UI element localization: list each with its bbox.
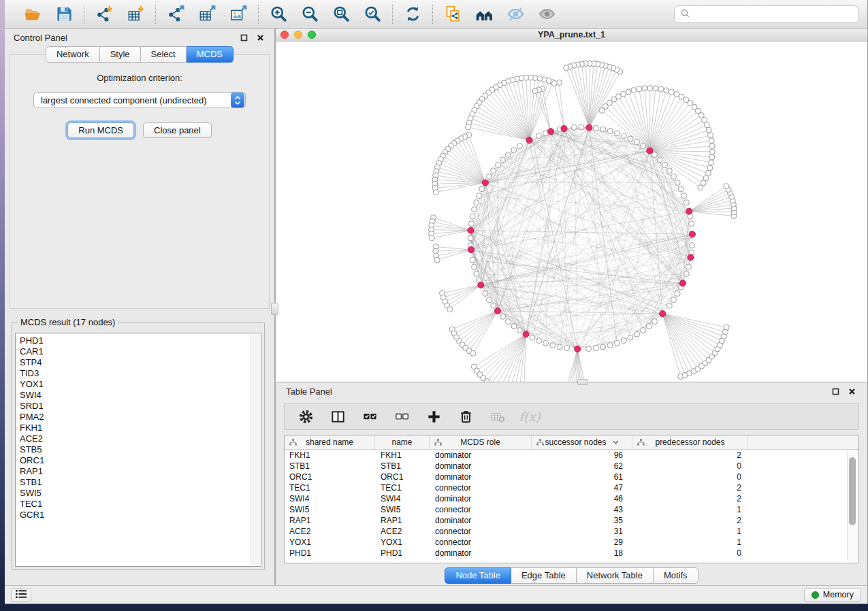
network-node[interactable] <box>500 157 506 163</box>
tab-motifs[interactable]: Motifs <box>654 567 698 584</box>
network-node[interactable] <box>550 342 556 348</box>
network-node[interactable] <box>470 257 475 263</box>
zoom-fit-icon[interactable] <box>331 4 351 24</box>
network-node[interactable] <box>551 80 557 86</box>
network-node[interactable] <box>642 86 647 91</box>
network-node[interactable] <box>631 88 637 93</box>
tab-edge-table[interactable]: Edge Table <box>511 567 577 584</box>
network-node[interactable] <box>476 193 481 199</box>
list-item[interactable]: SWI4 <box>20 390 261 401</box>
network-node[interactable] <box>621 133 626 138</box>
close-panel-button[interactable]: Close panel <box>143 122 212 138</box>
select-all-icon[interactable] <box>359 406 380 427</box>
network-node[interactable] <box>433 190 438 195</box>
table-row[interactable]: SWI4SWI4dominator462 <box>285 493 858 504</box>
network-node[interactable] <box>506 152 511 157</box>
network-titlebar[interactable]: YPA_prune.txt_1 <box>276 29 867 42</box>
network-node[interactable] <box>709 144 715 149</box>
save-icon[interactable] <box>54 4 74 24</box>
network-node[interactable] <box>483 291 488 297</box>
splitter-handle[interactable] <box>577 379 588 385</box>
hide-selected-icon[interactable] <box>505 4 526 24</box>
network-node[interactable] <box>599 108 605 113</box>
list-item[interactable]: TEC1 <box>20 499 261 510</box>
share-document-icon[interactable] <box>443 4 463 24</box>
list-item[interactable]: STB5 <box>20 444 261 455</box>
zoom-window-icon[interactable] <box>308 31 316 39</box>
network-node[interactable] <box>669 89 674 95</box>
list-item[interactable]: PMA2 <box>20 412 261 423</box>
network-node[interactable] <box>474 271 479 276</box>
network-node[interactable] <box>474 200 479 205</box>
table-row[interactable]: ACE2ACE2connector311 <box>285 526 858 537</box>
network-node[interactable] <box>465 125 470 130</box>
column-header-mcds-role[interactable]: MCDS role <box>430 435 532 449</box>
network-node[interactable] <box>705 170 711 176</box>
network-node[interactable] <box>517 328 522 333</box>
network-node[interactable] <box>530 335 535 340</box>
network-node[interactable] <box>686 264 691 269</box>
network-node[interactable] <box>647 86 653 91</box>
network-node[interactable] <box>579 125 584 130</box>
export-network-icon[interactable] <box>165 4 186 24</box>
network-node[interactable] <box>564 346 570 351</box>
table-row[interactable]: STB1STB1dominator620 <box>285 461 858 472</box>
network-node[interactable] <box>709 138 714 144</box>
table-row[interactable]: YOX1YOX1connector291 <box>285 537 858 548</box>
tab-mcds[interactable]: MCDS <box>187 46 234 63</box>
network-node[interactable] <box>666 303 672 308</box>
network-node[interactable] <box>472 264 477 269</box>
search-box[interactable] <box>674 5 859 23</box>
network-node[interactable] <box>684 271 689 276</box>
gear-icon[interactable] <box>295 406 316 427</box>
show-all-icon[interactable] <box>536 4 557 24</box>
network-node[interactable] <box>543 340 549 346</box>
network-node[interactable] <box>703 176 709 181</box>
network-node[interactable] <box>429 235 434 241</box>
mcds-hub-node[interactable] <box>468 247 474 253</box>
network-node[interactable] <box>707 165 713 171</box>
close-window-icon[interactable] <box>280 31 289 39</box>
network-graph[interactable] <box>276 42 867 382</box>
table-row[interactable]: TEC1TEC1connector472 <box>285 482 858 493</box>
mcds-hub-node[interactable] <box>526 137 532 144</box>
list-item[interactable]: TID3 <box>20 368 261 379</box>
network-node[interactable] <box>690 243 695 248</box>
list-item[interactable]: YOX1 <box>20 379 261 390</box>
tab-select[interactable]: Select <box>141 46 187 63</box>
table-row[interactable]: RAP1RAP1dominator352 <box>285 515 858 526</box>
network-node[interactable] <box>511 148 517 153</box>
mcds-hub-node[interactable] <box>523 331 529 337</box>
network-node[interactable] <box>662 163 668 168</box>
table-row[interactable]: FKH1FKH1dominator962 <box>285 450 858 461</box>
float-panel-icon[interactable] <box>238 32 249 43</box>
clear-selection-icon[interactable] <box>391 406 412 427</box>
mcds-hub-node[interactable] <box>586 125 592 131</box>
network-node[interactable] <box>675 180 680 186</box>
mcds-hub-node[interactable] <box>561 126 567 132</box>
network-node[interactable] <box>500 314 506 319</box>
network-node[interactable] <box>708 133 713 138</box>
minimize-window-icon[interactable] <box>294 31 302 39</box>
close-panel-icon[interactable] <box>255 32 266 43</box>
network-node[interactable] <box>614 131 620 136</box>
network-canvas[interactable] <box>276 42 867 382</box>
network-node[interactable] <box>614 340 620 346</box>
zoom-out-icon[interactable] <box>300 4 320 24</box>
first-neighbors-icon[interactable] <box>474 4 494 24</box>
list-item[interactable]: FKH1 <box>20 423 261 433</box>
list-item[interactable]: STB1 <box>20 477 261 488</box>
column-header-name[interactable]: name <box>375 435 430 449</box>
network-node[interactable] <box>634 331 640 337</box>
mcds-hub-node[interactable] <box>686 208 692 214</box>
list-item[interactable]: SRD1 <box>20 401 261 412</box>
mcds-result-list[interactable]: PHD1CAR1STP4TID3YOX1SWI4SRD1PMA2FKH1ACE2… <box>15 333 261 567</box>
network-node[interactable] <box>586 346 592 352</box>
network-node[interactable] <box>646 323 652 329</box>
network-node[interactable] <box>628 335 633 340</box>
open-file-icon[interactable] <box>22 4 43 24</box>
network-node[interactable] <box>532 88 538 94</box>
network-node[interactable] <box>637 86 642 92</box>
tab-style[interactable]: Style <box>100 46 141 63</box>
network-node[interactable] <box>600 127 606 132</box>
